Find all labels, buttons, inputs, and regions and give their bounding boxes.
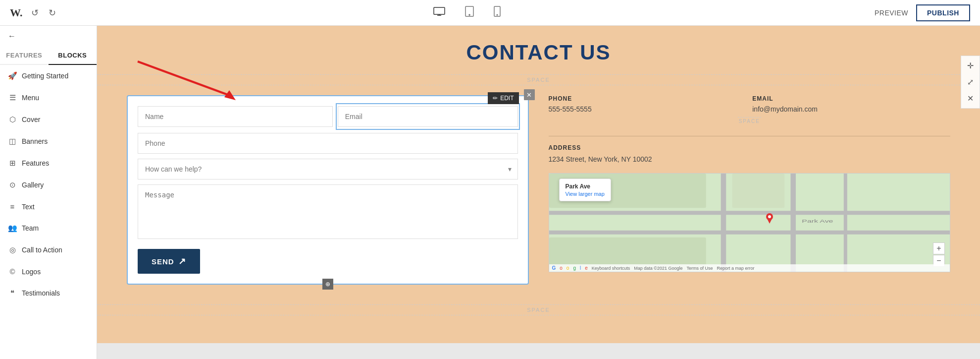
tablet-device-button[interactable] xyxy=(461,4,478,21)
send-button[interactable]: SEND ↗ xyxy=(138,249,200,274)
tab-features[interactable]: FEATURES xyxy=(0,47,49,64)
map-popup-title: Park Ave xyxy=(566,183,605,190)
sidebar: ← FEATURES BLOCKS 🚀 Getting Started ☰ Me… xyxy=(0,26,97,359)
canvas-area: ✛ ⤢ ✕ CONTACT US SPACE ✕ xyxy=(97,26,980,359)
mobile-device-button[interactable] xyxy=(490,4,505,21)
resize-icon[interactable]: ⊕ xyxy=(322,279,333,290)
features-icon: ⊞ xyxy=(8,159,17,168)
form-close-button[interactable]: ✕ xyxy=(524,89,535,100)
history-controls: ↺ ↻ xyxy=(28,5,59,20)
map-data-label: Map data ©2021 Google xyxy=(634,266,682,271)
map-popup-link[interactable]: View larger map xyxy=(566,191,605,197)
space-indicator-mid: SPACE xyxy=(738,117,761,125)
svg-point-6 xyxy=(497,14,498,15)
edit-pencil-icon: ✏ xyxy=(493,95,498,102)
banners-icon: ◫ xyxy=(8,137,17,146)
svg-marker-20 xyxy=(767,219,772,224)
map-terms-label[interactable]: Terms of Use xyxy=(687,266,713,271)
form-column: ✕ xyxy=(127,95,529,285)
email-input[interactable] xyxy=(338,106,518,127)
team-icon: 👥 xyxy=(8,224,17,233)
page-title: CONTACT US xyxy=(97,26,980,74)
text-icon: ≡ xyxy=(8,202,17,211)
svg-rect-0 xyxy=(434,7,445,14)
canvas-scroll: ✛ ⤢ ✕ CONTACT US SPACE ✕ xyxy=(97,26,980,359)
testimonials-icon: ❝ xyxy=(8,289,17,298)
topbar-right: PREVIEW PUBLISH xyxy=(875,4,970,21)
sidebar-item-label: Testimonials xyxy=(22,289,60,297)
sidebar-item-label: Features xyxy=(22,159,49,167)
map-background: Park Ave Park Ave View larger map xyxy=(549,174,950,272)
call-to-action-icon: ◎ xyxy=(8,245,17,254)
close-icon[interactable]: ✕ xyxy=(963,91,978,106)
dropdown-arrow-icon: ▾ xyxy=(502,165,517,173)
logos-icon: © xyxy=(8,267,17,276)
preview-button[interactable]: PREVIEW xyxy=(875,9,908,17)
map-zoom-controls: + − xyxy=(933,242,945,267)
address-value: 1234 Street, New York, NY 10002 xyxy=(549,155,951,163)
contact-info: PHONE 555-555-5555 EMAIL info@mydomain.c… xyxy=(549,95,951,163)
phone-value: 555-555-5555 xyxy=(549,105,747,113)
dropdown-input[interactable] xyxy=(138,159,502,179)
form-container: ✕ xyxy=(127,95,529,285)
form-resize-handle[interactable]: ⊕ xyxy=(322,279,333,290)
device-switcher xyxy=(429,4,505,21)
cover-icon: ⬡ xyxy=(8,115,17,124)
redo-button[interactable]: ↻ xyxy=(46,5,59,20)
edit-label: EDIT xyxy=(500,95,514,102)
sidebar-item-features[interactable]: ⊞ Features xyxy=(0,152,97,174)
name-input[interactable] xyxy=(138,106,333,127)
sidebar-item-label: Gallery xyxy=(22,181,44,189)
sidebar-item-cover[interactable]: ⬡ Cover xyxy=(0,109,97,130)
gallery-icon: ⊙ xyxy=(8,180,17,189)
svg-point-4 xyxy=(469,14,470,15)
edit-badge[interactable]: ✏ EDIT xyxy=(488,92,518,104)
topbar-left: W. ↺ ↻ xyxy=(10,5,59,20)
map-footer: Google Keyboard shortcuts Map data ©2021… xyxy=(549,264,950,272)
two-column-layout: ✕ xyxy=(97,85,980,304)
svg-marker-8 xyxy=(224,90,236,100)
email-field-wrap: ✏ EDIT xyxy=(338,106,518,127)
contact-divider xyxy=(549,136,951,136)
topbar: W. ↺ ↻ PREVIEW PUBLISH xyxy=(0,0,980,26)
desktop-device-button[interactable] xyxy=(429,5,449,20)
email-block: EMAIL info@mydomain.com xyxy=(752,95,950,113)
resize-icon[interactable]: ⤢ xyxy=(963,74,978,90)
sidebar-item-call-to-action[interactable]: ◎ Call to Action xyxy=(0,239,97,261)
map-container: Park Ave Park Ave View larger map xyxy=(549,173,951,272)
sidebar-item-label: Call to Action xyxy=(22,246,62,254)
how-can-we-help-dropdown[interactable]: ▾ xyxy=(138,159,518,180)
sidebar-item-getting-started[interactable]: 🚀 Getting Started xyxy=(0,65,97,87)
map-report-label[interactable]: Report a map error xyxy=(717,266,755,271)
sidebar-item-testimonials[interactable]: ❝ Testimonials xyxy=(0,282,97,304)
phone-label: PHONE xyxy=(549,95,747,102)
main-layout: ← FEATURES BLOCKS 🚀 Getting Started ☰ Me… xyxy=(0,26,980,359)
sidebar-item-team[interactable]: 👥 Team xyxy=(0,217,97,239)
phone-input[interactable] xyxy=(138,133,518,154)
move-icon[interactable]: ✛ xyxy=(963,58,978,73)
contact-grid: PHONE 555-555-5555 EMAIL info@mydomain.c… xyxy=(549,95,951,113)
sidebar-item-gallery[interactable]: ⊙ Gallery xyxy=(0,174,97,196)
sidebar-item-banners[interactable]: ◫ Banners xyxy=(0,130,97,152)
send-label: SEND xyxy=(152,257,174,266)
address-label: ADDRESS xyxy=(549,144,951,151)
sidebar-item-logos[interactable]: © Logos xyxy=(0,261,97,282)
tab-blocks[interactable]: BLOCKS xyxy=(49,47,97,65)
phone-block: PHONE 555-555-5555 xyxy=(549,95,747,113)
getting-started-icon: 🚀 xyxy=(8,71,17,80)
sidebar-back-button[interactable]: ← xyxy=(0,26,97,47)
sidebar-item-menu[interactable]: ☰ Menu xyxy=(0,87,97,109)
svg-point-21 xyxy=(768,215,771,218)
message-textarea[interactable] xyxy=(138,184,518,239)
map-pin xyxy=(766,213,774,223)
send-arrow-icon: ↗ xyxy=(178,256,186,267)
form-name-email-row: ✏ EDIT xyxy=(138,106,518,127)
sidebar-item-text[interactable]: ≡ Text xyxy=(0,196,97,217)
sidebar-item-label: Team xyxy=(22,224,39,232)
undo-button[interactable]: ↺ xyxy=(28,5,42,20)
publish-button[interactable]: PUBLISH xyxy=(916,4,970,21)
sidebar-item-label: Text xyxy=(22,203,35,211)
zoom-in-button[interactable]: + xyxy=(933,242,945,254)
space-bar-bottom: SPACE xyxy=(97,304,980,315)
sidebar-item-label: Getting Started xyxy=(22,72,68,80)
